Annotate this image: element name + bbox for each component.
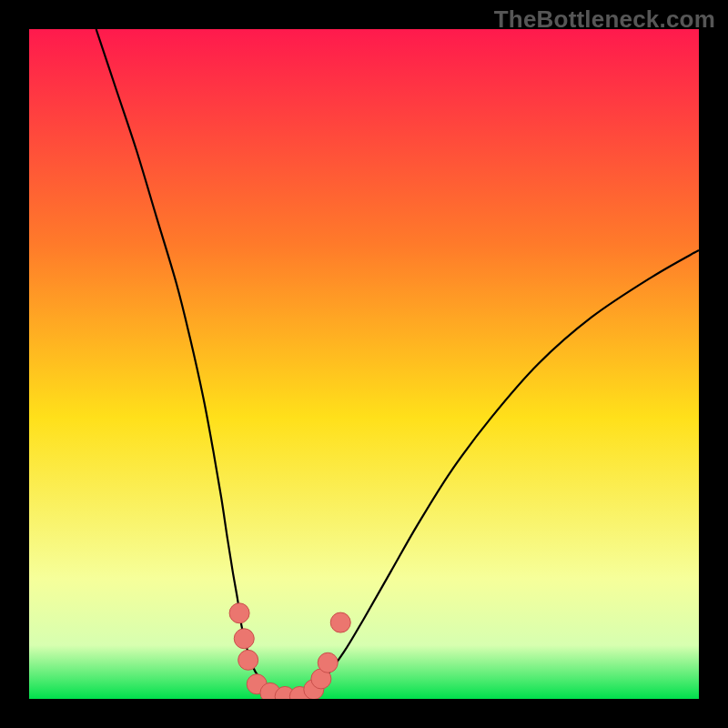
- outer-frame: TheBottleneck.com: [0, 0, 728, 728]
- watermark-text: TheBottleneck.com: [494, 5, 715, 34]
- marker-point: [330, 612, 350, 632]
- plot-area: [29, 29, 699, 699]
- marker-point: [238, 650, 258, 670]
- marker-point: [318, 652, 338, 672]
- chart-svg: [29, 29, 699, 699]
- marker-point: [229, 603, 249, 623]
- marker-point: [234, 629, 254, 649]
